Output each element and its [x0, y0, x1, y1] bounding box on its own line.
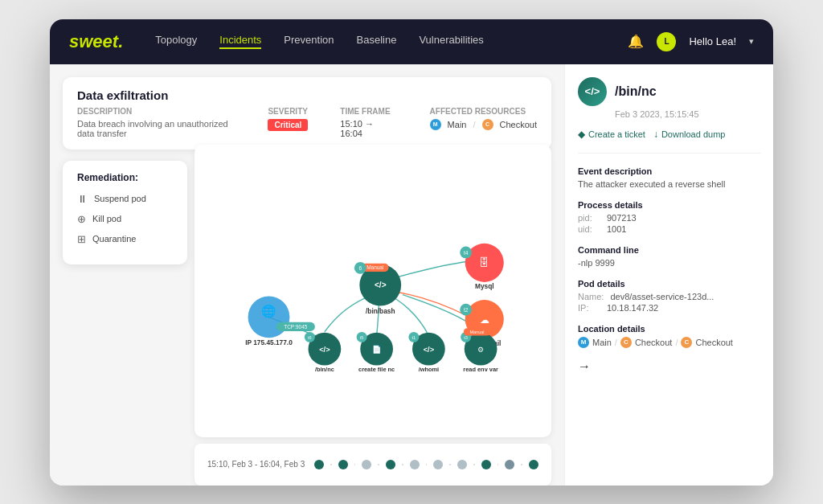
timeframe-value: 15:10 → 16:04: [340, 119, 397, 138]
pod-name-value: dev8/asset-service-123d...: [610, 292, 714, 301]
detail-icon: </>: [578, 77, 607, 106]
timeline-line-8: [497, 464, 499, 465]
svg-text:Manual: Manual: [366, 264, 383, 270]
event-description-title: Event description: [578, 166, 760, 176]
nav-right: 🔔 L Hello Lea! ▾: [628, 32, 754, 51]
create-ticket-button[interactable]: ◆ Create a ticket: [578, 129, 645, 140]
incident-meta-row: Description Data breach involving an una…: [77, 107, 537, 138]
location-checkout1: Checkout: [635, 338, 672, 347]
svg-text:t2: t2: [464, 306, 469, 312]
download-dump-button[interactable]: ↓ Download dump: [653, 129, 726, 140]
avatar: L: [657, 32, 676, 51]
arrow-right-icon[interactable]: →: [578, 359, 760, 374]
svg-text:TCP:9045: TCP:9045: [284, 324, 308, 330]
description-label: Description: [77, 107, 235, 116]
resource-main: Main: [448, 120, 467, 129]
timeline-dot-6[interactable]: [433, 460, 443, 469]
svg-text:Mysql: Mysql: [475, 282, 494, 290]
resources-label: Affected resources: [430, 107, 537, 116]
svg-text:/whomi: /whomi: [419, 365, 439, 372]
detail-header: </> /bin/nc: [578, 77, 760, 106]
svg-text:/bin/bash: /bin/bash: [366, 306, 395, 314]
nav-vulnerabilities[interactable]: Vulnerabilities: [419, 34, 483, 49]
kill-label: Kill pod: [92, 214, 121, 223]
user-greeting[interactable]: Hello Lea!: [689, 35, 736, 47]
timeline-line-2: [354, 464, 356, 465]
timeline-line-3: [378, 464, 379, 465]
svg-text:t3: t3: [464, 335, 468, 340]
timeline-line-5: [426, 464, 428, 465]
svg-text:6: 6: [358, 265, 362, 271]
right-panel: </> /bin/nc Feb 3 2023, 15:15:45 ◆ Creat…: [564, 64, 773, 486]
logo: sweet.: [69, 31, 123, 52]
severity-badge: Critical: [268, 119, 308, 131]
pod-details-title: Pod details: [578, 279, 760, 289]
remediation-quarantine[interactable]: ⊞ Quarantine: [77, 233, 173, 245]
svg-text:</>: </>: [319, 345, 330, 353]
timeline-dot-2[interactable]: [338, 460, 348, 469]
timeline-dot-5[interactable]: [410, 460, 420, 469]
svg-text:read env var: read env var: [463, 365, 498, 372]
pod-details-section: Pod details Name: dev8/asset-service-123…: [578, 279, 760, 313]
nav-baseline[interactable]: Baseline: [357, 34, 397, 49]
svg-text:⚙: ⚙: [477, 345, 484, 353]
pod-kv: Name: dev8/asset-service-123d... IP: 10.…: [578, 292, 760, 313]
uid-row: uid: 1001: [578, 224, 760, 234]
uid-value: 1001: [607, 224, 626, 234]
svg-text:🗄: 🗄: [479, 256, 489, 268]
timeline-dot-3[interactable]: [362, 460, 371, 469]
incident-title: Data exfiltration: [77, 88, 537, 102]
timeline-dot-4[interactable]: [386, 460, 395, 469]
location-checkout1-icon: C: [620, 337, 632, 348]
timeline-dot-10[interactable]: [529, 460, 538, 469]
remediation-suspend[interactable]: ⏸ Suspend pod: [77, 193, 173, 205]
quarantine-label: Quarantine: [92, 234, 136, 244]
process-details-section: Process details pid: 907213 uid: 1001: [578, 200, 760, 234]
quarantine-icon: ⊞: [77, 233, 86, 245]
suspend-label: Suspend pod: [94, 194, 146, 203]
timeline-dot-7[interactable]: [457, 460, 467, 469]
severity-label: Severity: [268, 107, 308, 116]
timeline-line-1: [330, 464, 332, 465]
location-details-title: Location details: [578, 324, 760, 334]
svg-text:t5: t5: [360, 335, 364, 340]
timeline-dot-8[interactable]: [481, 460, 491, 469]
main-content: Data exfiltration Description Data breac…: [50, 64, 773, 486]
svg-text:IP 175.45.177.0: IP 175.45.177.0: [245, 338, 293, 346]
incident-header-card: Data exfiltration Description Data breac…: [63, 77, 551, 150]
resources-row: M Main / C Checkout: [430, 119, 537, 130]
event-description-value: The attacker executed a reverse shell: [578, 179, 760, 189]
command-line-value: -nlp 9999: [578, 258, 760, 268]
timeframe-col: Time frame 15:10 → 16:04: [340, 107, 397, 138]
pod-name-row: Name: dev8/asset-service-123d...: [578, 292, 760, 301]
pod-ip-row: IP: 10.18.147.32: [578, 303, 760, 313]
svg-text:/bin/nc: /bin/nc: [315, 365, 334, 372]
svg-text:</>: </>: [375, 281, 387, 289]
process-details-title: Process details: [578, 200, 760, 210]
location-details-section: Location details M Main / C Checkout / C…: [578, 324, 760, 348]
chevron-down-icon[interactable]: ▾: [749, 36, 754, 47]
location-row: M Main / C Checkout / C Checkout: [578, 337, 760, 348]
resource-main-icon: M: [430, 119, 441, 130]
svg-text:Manual: Manual: [469, 329, 484, 334]
timeline-dot-1[interactable]: [314, 460, 324, 469]
left-panel: Data exfiltration Description Data breac…: [50, 64, 564, 486]
nav-prevention[interactable]: Prevention: [284, 34, 334, 49]
resource-checkout: Checkout: [500, 120, 537, 129]
kill-icon: ⊕: [77, 213, 86, 225]
action-row: ◆ Create a ticket ↓ Download dump: [578, 129, 760, 154]
remediation-kill[interactable]: ⊕ Kill pod: [77, 213, 173, 225]
timeline-label: 15:10, Feb 3 - 16:04, Feb 3: [207, 460, 305, 469]
timeline-dot-9[interactable]: [505, 460, 514, 469]
bell-icon[interactable]: 🔔: [628, 34, 644, 49]
location-main: Main: [592, 338, 612, 347]
timeline-line-6: [449, 464, 451, 465]
svg-text:t1: t1: [412, 335, 416, 340]
nav-topology[interactable]: Topology: [155, 34, 197, 49]
create-ticket-label: Create a ticket: [588, 129, 645, 139]
timeline-line-4: [402, 464, 403, 465]
nav-incidents[interactable]: Incidents: [219, 34, 261, 49]
pid-value: 907213: [607, 213, 637, 223]
command-line-title: Command line: [578, 245, 760, 255]
detail-date: Feb 3 2023, 15:15:45: [615, 109, 760, 119]
